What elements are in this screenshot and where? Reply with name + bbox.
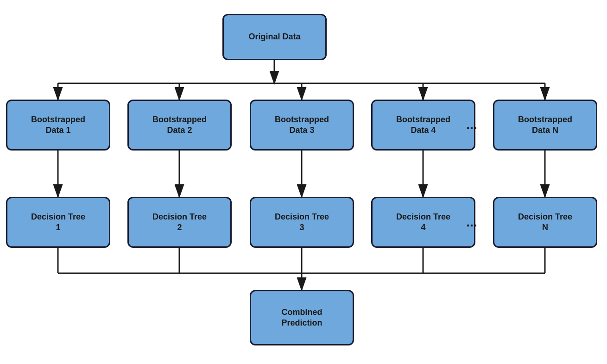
- dots-tree-row: ...: [458, 211, 486, 234]
- combined-prediction-node: CombinedPrediction: [250, 290, 354, 345]
- original-data-node: Original Data: [222, 14, 327, 60]
- bootstrap-n-node: BootstrappedData N: [493, 100, 597, 151]
- tree-n-node: Decision TreeN: [493, 197, 597, 248]
- tree-2-node: Decision Tree2: [127, 197, 232, 248]
- diagram: Original Data BootstrappedData 1 Bootstr…: [0, 0, 607, 364]
- tree-3-node: Decision Tree3: [250, 197, 354, 248]
- bootstrap-1-node: BootstrappedData 1: [6, 100, 110, 151]
- tree-1-node: Decision Tree1: [6, 197, 110, 248]
- dots-bootstrap-row: ...: [458, 113, 486, 137]
- bootstrap-2-node: BootstrappedData 2: [127, 100, 232, 151]
- bootstrap-3-node: BootstrappedData 3: [250, 100, 354, 151]
